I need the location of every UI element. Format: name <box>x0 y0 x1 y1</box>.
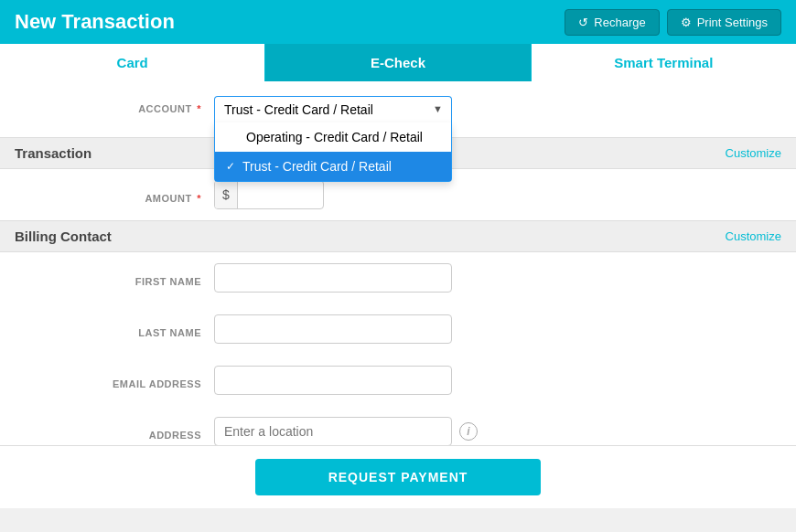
main-content: ACCOUNT * Trust - Credit Card / Retail ▼… <box>0 81 796 508</box>
address-wrapper: i <box>214 417 478 446</box>
address-label: ADDRESS <box>110 422 201 441</box>
check-icon: ✓ <box>226 160 235 173</box>
email-input[interactable] <box>214 366 452 395</box>
amount-label: AMOUNT * <box>110 186 201 204</box>
account-label: ACCOUNT * <box>110 96 201 114</box>
transaction-customize-link[interactable]: Customize <box>726 146 781 160</box>
billing-customize-link[interactable]: Customize <box>726 229 781 243</box>
amount-input-wrapper: $ <box>214 180 324 209</box>
footer: REQUEST PAYMENT <box>0 445 796 508</box>
email-row: EMAIL ADDRESS <box>0 355 796 406</box>
transaction-section-title: Transaction <box>15 145 91 161</box>
chevron-down-icon: ▼ <box>433 103 443 114</box>
tab-card[interactable]: Card <box>0 44 265 81</box>
header: New Transaction ↺ Recharge ⚙ Print Setti… <box>0 0 796 44</box>
account-row: ACCOUNT * Trust - Credit Card / Retail ▼… <box>0 81 796 137</box>
amount-input[interactable] <box>238 181 311 208</box>
dollar-sign: $ <box>215 181 238 208</box>
recharge-button[interactable]: ↺ Recharge <box>565 9 659 36</box>
amount-required: * <box>197 193 201 204</box>
billing-contact-title: Billing Contact <box>15 229 112 244</box>
last-name-label: LAST NAME <box>110 320 201 338</box>
account-required: * <box>197 103 201 114</box>
billing-contact-section-header: Billing Contact Customize <box>0 220 796 252</box>
account-dropdown-wrapper: Trust - Credit Card / Retail ▼ Operating… <box>214 96 452 122</box>
request-payment-button[interactable]: REQUEST PAYMENT <box>255 459 542 495</box>
print-settings-button[interactable]: ⚙ Print Settings <box>667 9 781 36</box>
page-title: New Transaction <box>15 10 175 34</box>
recharge-icon: ↺ <box>578 16 588 29</box>
tab-echeck[interactable]: E-Check <box>265 44 531 81</box>
address-input[interactable] <box>214 417 452 446</box>
account-option-trust[interactable]: ✓ Trust - Credit Card / Retail <box>215 152 451 181</box>
tab-smart-terminal[interactable]: Smart Terminal <box>532 44 796 81</box>
account-option-operating[interactable]: Operating - Credit Card / Retail <box>215 122 451 152</box>
gear-icon: ⚙ <box>681 16 692 29</box>
account-dropdown-menu: Operating - Credit Card / Retail ✓ Trust… <box>214 122 452 182</box>
last-name-row: LAST NAME <box>0 303 796 355</box>
tabs: Card E-Check Smart Terminal <box>0 44 796 81</box>
first-name-row: FIRST NAME <box>0 252 796 303</box>
first-name-label: FIRST NAME <box>110 269 201 287</box>
last-name-input[interactable] <box>214 314 452 344</box>
header-buttons: ↺ Recharge ⚙ Print Settings <box>565 9 781 36</box>
account-select[interactable]: Trust - Credit Card / Retail ▼ <box>214 96 452 122</box>
first-name-input[interactable] <box>214 263 452 293</box>
email-label: EMAIL ADDRESS <box>110 371 201 389</box>
info-icon[interactable]: i <box>459 422 478 441</box>
